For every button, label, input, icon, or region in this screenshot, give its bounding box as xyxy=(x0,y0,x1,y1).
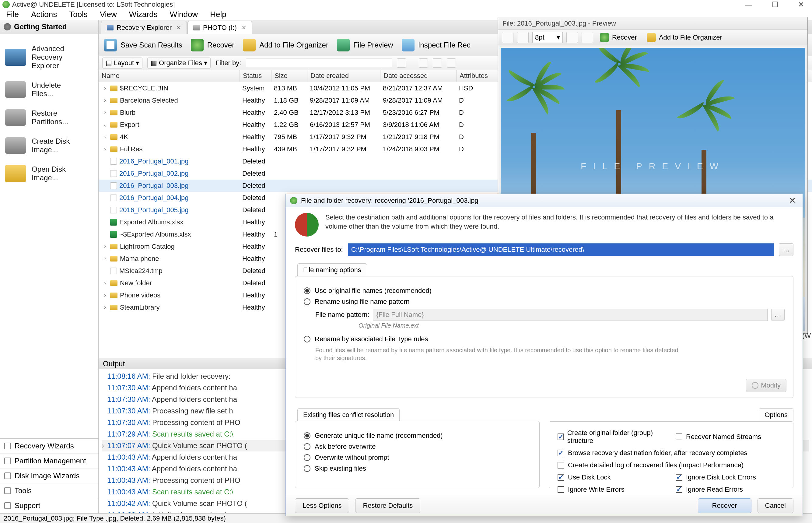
menu-tools[interactable]: Tools xyxy=(69,10,88,19)
modify-button[interactable]: Modify xyxy=(746,379,787,392)
restore-defaults-button[interactable]: Restore Defaults xyxy=(355,498,420,513)
pattern-input[interactable] xyxy=(373,309,768,321)
col-name[interactable]: Name xyxy=(98,70,240,82)
tree-toggle-icon[interactable]: › xyxy=(102,243,108,250)
toolbar-recover[interactable]: Recover xyxy=(191,39,234,51)
preview-tool-2[interactable] xyxy=(517,32,529,43)
conflict-skip[interactable]: Skip existing files xyxy=(304,465,531,472)
check-origFolder[interactable]: Create original folder (group) structure xyxy=(557,429,666,445)
preview-organize-button[interactable]: Add to File Organizer xyxy=(644,32,725,43)
tree-toggle-icon[interactable]: › xyxy=(102,280,108,286)
view-mode-1[interactable] xyxy=(419,58,428,68)
tree-toggle-icon[interactable]: › xyxy=(102,109,108,116)
nav-bottom-support[interactable]: Support xyxy=(0,498,98,513)
toolbar-save-scan-results[interactable]: Save Scan Results xyxy=(104,39,182,51)
folder-icon xyxy=(110,244,117,249)
menu-wizards[interactable]: Wizards xyxy=(129,10,158,19)
check-detailedLog[interactable]: Create detailed log of recovered files (… xyxy=(557,461,785,469)
cell-status: Healthy xyxy=(240,145,272,153)
radio-rename[interactable]: Rename using file name pattern xyxy=(304,298,785,306)
check-ignoreLock[interactable]: Ignore Disk Lock Errors xyxy=(676,473,785,481)
radio-assoc[interactable]: Rename by associated File Type rules xyxy=(304,335,785,343)
menu-help[interactable]: Help xyxy=(210,10,226,19)
radio-original[interactable]: Use original file names (recommended) xyxy=(304,287,785,295)
conflict-over[interactable]: Overwrite without prompt xyxy=(304,454,531,462)
cell-created: 9/28/2017 11:09 AM xyxy=(308,96,381,104)
check-browseAfter[interactable]: Browse recovery destination folder, afte… xyxy=(557,449,785,457)
minimize-button[interactable]: — xyxy=(740,0,758,9)
preview-tool-4[interactable] xyxy=(582,32,593,43)
nav-bottom-tools[interactable]: Tools xyxy=(0,483,98,498)
check-ignoreRead[interactable]: Ignore Read Errors xyxy=(676,486,785,493)
check-ignoreWrite[interactable]: Ignore Write Errors xyxy=(557,486,666,493)
pattern-hint: Original File Name.ext xyxy=(358,322,785,329)
nav-bottom-partition-management[interactable]: Partition Management xyxy=(0,454,98,469)
nav-bottom-disk-image-wizards[interactable]: Disk Image Wizards xyxy=(0,469,98,483)
filter-input[interactable] xyxy=(246,58,392,68)
nav-bottom-recovery-wizards[interactable]: Recovery Wizards xyxy=(0,439,98,454)
tab-1[interactable]: PHOTO (I:)✕ xyxy=(187,21,252,34)
menu-view[interactable]: View xyxy=(100,10,117,19)
tree-toggle-icon[interactable]: › xyxy=(102,146,108,152)
col-accessed[interactable]: Date accessed xyxy=(381,70,457,82)
getting-started-header[interactable]: Getting Started xyxy=(0,20,98,34)
excel-icon xyxy=(110,231,117,238)
dialog-close-button[interactable]: ✕ xyxy=(787,195,798,205)
cell-size: 795 MB xyxy=(272,133,308,141)
conflict-ask[interactable]: Ask before overwrite xyxy=(304,443,531,451)
destination-browse-button[interactable]: … xyxy=(779,243,793,256)
file-name: ~$Exported Albums.xlsx xyxy=(119,231,191,238)
col-created[interactable]: Date created xyxy=(308,70,381,82)
preview-tool-1[interactable] xyxy=(502,32,513,43)
cancel-button[interactable]: Cancel xyxy=(758,498,793,513)
menu-window[interactable]: Window xyxy=(170,10,198,19)
toolbar-add-to-file-organizer[interactable]: Add to File Organizer xyxy=(243,39,328,51)
conflict-unique[interactable]: Generate unique file name (recommended) xyxy=(304,432,531,439)
preview-tool-3[interactable] xyxy=(566,32,578,43)
tree-toggle-icon[interactable]: ⌄ xyxy=(102,122,108,128)
naming-tab: File naming options xyxy=(297,263,367,276)
mini-icon xyxy=(4,472,11,479)
font-size-dropdown[interactable]: 8pt▾ xyxy=(532,32,563,43)
view-mode-2[interactable] xyxy=(433,58,442,68)
tree-toggle-icon[interactable]: › xyxy=(102,255,108,262)
apply-filter-button[interactable] xyxy=(397,58,406,68)
maximize-button[interactable]: ☐ xyxy=(767,0,784,9)
destination-input[interactable] xyxy=(348,243,774,256)
check-diskLock[interactable]: Use Disk Lock xyxy=(557,473,666,481)
tab-0[interactable]: Recovery Explorer✕ xyxy=(101,21,187,34)
nav-item-4[interactable]: Open Disk Image... xyxy=(1,160,97,187)
tree-toggle-icon[interactable]: › xyxy=(102,85,108,91)
close-button[interactable]: ✕ xyxy=(793,0,810,9)
layout-button[interactable]: ▤ Layout▾ xyxy=(102,57,143,69)
file-name: 2016_Portugal_003.jpg xyxy=(119,182,189,190)
tree-toggle-icon[interactable]: › xyxy=(102,292,108,298)
tab-close-icon[interactable]: ✕ xyxy=(177,24,181,31)
toolbar-label: Inspect File Rec xyxy=(418,41,470,49)
nav-item-icon xyxy=(5,137,26,154)
tab-close-icon[interactable]: ✕ xyxy=(242,24,246,31)
nav-item-1[interactable]: Undelete Files... xyxy=(1,75,97,104)
menu-file[interactable]: File xyxy=(6,10,19,19)
nav-item-3[interactable]: Create Disk Image... xyxy=(1,131,97,160)
less-options-button[interactable]: Less Options xyxy=(295,498,349,513)
toolbar-inspect-file-rec[interactable]: Inspect File Rec xyxy=(402,39,470,51)
nav-item-0[interactable]: Advanced Recovery Explorer xyxy=(1,39,97,75)
col-status[interactable]: Status xyxy=(240,70,272,82)
nav-item-2[interactable]: Restore Partitions... xyxy=(1,104,97,131)
organize-files-button[interactable]: ▦ Organize Files▾ xyxy=(147,57,210,69)
recover-button[interactable]: Recover xyxy=(698,498,752,513)
menu-actions[interactable]: Actions xyxy=(31,10,57,19)
check-namedStreams[interactable]: Recover Named Streams xyxy=(676,429,785,445)
tree-toggle-icon[interactable]: › xyxy=(102,304,108,310)
view-mode-3[interactable] xyxy=(447,58,456,68)
pattern-browse-button[interactable]: … xyxy=(771,309,785,321)
col-size[interactable]: Size xyxy=(272,70,308,82)
cell-name: ›Mama phone xyxy=(98,255,240,263)
cell-status: Healthy xyxy=(240,304,272,311)
tree-toggle-icon[interactable]: › xyxy=(102,134,108,140)
tree-toggle-icon[interactable]: › xyxy=(102,97,108,104)
toolbar-file-preview[interactable]: File Preview xyxy=(337,39,393,51)
window-controls: — ☐ ✕ xyxy=(740,0,810,9)
preview-recover-button[interactable]: Recover xyxy=(597,32,640,43)
